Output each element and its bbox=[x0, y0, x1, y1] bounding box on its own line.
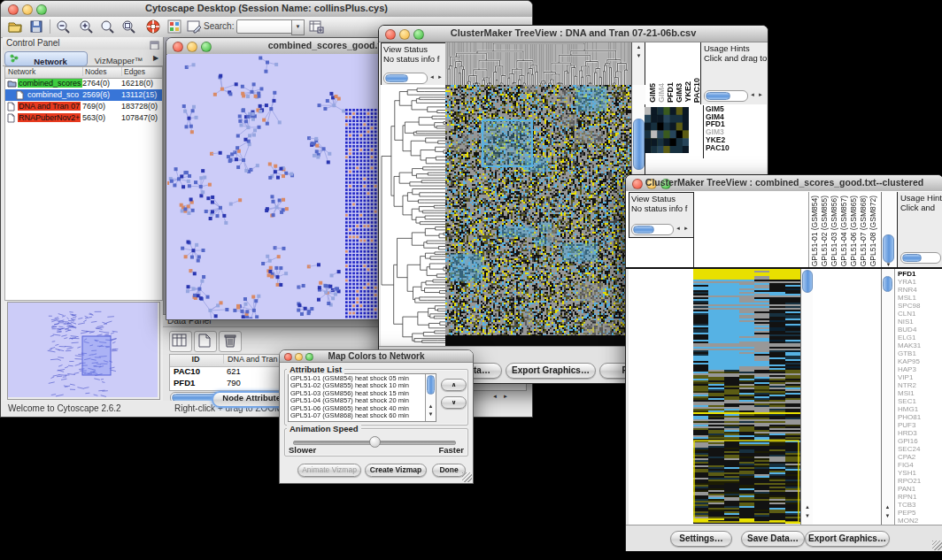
global-heatmap-canvas[interactable] bbox=[693, 269, 800, 525]
attribute-item[interactable]: GPL51-03 (GSM856) heat shock 15 min bbox=[290, 390, 424, 397]
column-label[interactable]: YKE2 bbox=[683, 81, 692, 103]
save-icon[interactable] bbox=[28, 19, 44, 35]
scroll-down-icon[interactable]: ▼ bbox=[882, 513, 893, 519]
network-row[interactable]: combined_scores2764(0)16218(0) bbox=[5, 78, 162, 89]
scroll-left-icon[interactable]: ◄ bbox=[429, 73, 435, 82]
column-label[interactable]: GPL51-04 (GSM857) bbox=[839, 196, 849, 266]
gene-label[interactable]: YRA1 bbox=[898, 278, 942, 286]
column-label[interactable]: GPL51-03 (GSM856) bbox=[830, 196, 839, 266]
scroll-right-icon[interactable]: ► bbox=[758, 90, 763, 100]
scroll-up-icon[interactable]: ▲ bbox=[882, 504, 893, 510]
network-name[interactable]: combined_scores bbox=[18, 79, 82, 88]
overview-canvas[interactable] bbox=[8, 303, 158, 397]
done-button[interactable]: Done bbox=[432, 464, 466, 477]
gene-label[interactable]: GPI16 bbox=[898, 437, 942, 445]
column-dendrogram-canvas[interactable] bbox=[445, 42, 631, 85]
attribute-list-vscrollbar[interactable]: ▲ ▼ bbox=[425, 374, 436, 421]
move-down-button[interactable]: ∨ bbox=[441, 396, 467, 409]
network-overview[interactable] bbox=[7, 302, 160, 400]
save-data-button[interactable]: Save Data… bbox=[741, 531, 805, 547]
scroll-right-icon[interactable]: ► bbox=[683, 224, 689, 234]
gene-label[interactable]: HRD3 bbox=[898, 429, 942, 437]
dialog-titlebar[interactable]: Map Colors to Network bbox=[280, 350, 473, 363]
col-header-nodes[interactable]: Nodes bbox=[82, 67, 122, 76]
move-up-button[interactable]: ∧ bbox=[441, 379, 467, 391]
column-label[interactable]: GIM3 bbox=[675, 83, 683, 103]
column-label[interactable]: GPL51-08 (GSM872) bbox=[869, 196, 878, 266]
export-graphics-button[interactable]: Export Graphics… bbox=[805, 531, 890, 547]
search-input[interactable] bbox=[236, 19, 293, 34]
zoom-heatmap-canvas[interactable] bbox=[645, 107, 689, 153]
usage-hints-hscrollbar[interactable] bbox=[900, 252, 941, 264]
view-status-hscrollbar[interactable] bbox=[383, 73, 428, 84]
main-titlebar[interactable]: Cytoscape Desktop (Session Name: collins… bbox=[1, 1, 532, 18]
attribute-list[interactable]: GPL51-01 (GSM854) heat shock 05 minGPL51… bbox=[288, 373, 436, 422]
vizmapper-icon[interactable] bbox=[166, 19, 182, 35]
heatmap-canvas[interactable] bbox=[445, 85, 631, 346]
attribute-browser-icon[interactable] bbox=[308, 19, 324, 35]
attribute-item[interactable]: GPL51-02 (GSM855) heat shock 10 min bbox=[290, 382, 424, 389]
gene-label[interactable]: PFD1 bbox=[898, 270, 942, 278]
scroll-up-icon[interactable]: ▲ bbox=[801, 504, 814, 510]
gene-label[interactable]: YSH1 bbox=[898, 469, 942, 477]
gene-label[interactable]: MSL1 bbox=[898, 294, 942, 302]
attribute-item[interactable]: GPL51-06 (GSM865) heat shock 40 min bbox=[290, 405, 424, 412]
column-label[interactable]: GPL51-07 (GSM868) bbox=[859, 196, 869, 266]
scroll-up-icon[interactable]: ▲ bbox=[632, 44, 645, 50]
row-dendrogram-canvas[interactable] bbox=[629, 269, 693, 525]
gene-label[interactable]: ELG1 bbox=[898, 334, 942, 341]
export-graphics-button[interactable]: Export Graphics… bbox=[506, 363, 596, 379]
zoom-in-icon[interactable] bbox=[78, 19, 94, 35]
attribute-item[interactable]: GPL51-01 (GSM854) heat shock 05 min bbox=[290, 375, 424, 382]
network-name[interactable]: combined_sco bbox=[27, 90, 80, 99]
gene-label[interactable]: FIG4 bbox=[898, 461, 942, 469]
animate-vizmap-button[interactable]: Animate Vizmap bbox=[297, 464, 361, 477]
gene-label[interactable]: NIS1 bbox=[898, 318, 942, 326]
tab-vizmapper[interactable]: VizMapper™ bbox=[88, 51, 150, 65]
row-dendrogram-canvas[interactable] bbox=[381, 85, 445, 346]
scroll-left-icon[interactable]: ◄ bbox=[750, 90, 755, 100]
animation-speed-slider[interactable] bbox=[293, 437, 454, 446]
attribute-item[interactable]: GPL51-04 (GSM857) heat shock 20 min bbox=[290, 397, 424, 404]
gene-label[interactable]: CLN1 bbox=[898, 310, 942, 318]
help-lifering-icon[interactable] bbox=[145, 19, 161, 35]
scroll-left-icon[interactable]: ◄ bbox=[676, 224, 681, 234]
gene-label[interactable]: BUD4 bbox=[898, 326, 942, 334]
view-status-hscrollbar[interactable] bbox=[631, 224, 674, 235]
table-mode-icon[interactable] bbox=[169, 331, 192, 352]
delete-attribute-trash-icon[interactable] bbox=[219, 331, 242, 352]
resize-grip[interactable] bbox=[932, 541, 942, 550]
gene-label[interactable]: PEP5 bbox=[898, 509, 942, 517]
gene-label[interactable]: SPC98 bbox=[898, 302, 942, 310]
column-label[interactable]: GIM5 bbox=[648, 83, 657, 103]
attr-col-id[interactable]: ID bbox=[170, 355, 221, 364]
column-label[interactable]: GPL51-02 (GSM855) bbox=[820, 196, 830, 266]
gene-label[interactable]: KAP95 bbox=[898, 357, 942, 365]
column-label[interactable]: GPL51-01 (GSM854) bbox=[810, 196, 820, 266]
zoom-selected-icon[interactable] bbox=[120, 19, 136, 35]
gene-label[interactable]: PAN1 bbox=[898, 485, 942, 493]
gene-label[interactable]: SEC1 bbox=[898, 397, 942, 405]
gene-label[interactable]: TCB3 bbox=[898, 501, 942, 509]
gene-label[interactable]: PHO81 bbox=[898, 413, 942, 421]
gene-label[interactable]: MON2 bbox=[898, 517, 942, 525]
column-label[interactable]: PFD1 bbox=[666, 82, 675, 103]
gene-label[interactable]: RPO21 bbox=[898, 477, 942, 485]
gene-list[interactable]: PFD1YRA1RNR4MSL1SPC98CLN1NIS1BUD4ELG1MAK… bbox=[894, 269, 942, 525]
gene-list-vscrollbar[interactable]: ▲ ▼ bbox=[881, 269, 893, 525]
gene-label[interactable]: MSI1 bbox=[898, 389, 942, 397]
gene-label[interactable]: HAP3 bbox=[898, 365, 942, 373]
col-header-network[interactable]: Network bbox=[8, 67, 79, 76]
create-vizmap-button[interactable]: Create Vizmap bbox=[365, 464, 427, 477]
gene-label[interactable]: VIP1 bbox=[898, 373, 942, 381]
settings-button[interactable]: Settings… bbox=[670, 531, 732, 547]
mini-scroll-strip[interactable]: ▲ ▼ bbox=[631, 42, 645, 85]
tab-overflow-button[interactable]: ▶ bbox=[151, 51, 161, 65]
column-tree-area[interactable] bbox=[693, 192, 807, 267]
row-label[interactable]: PAC10 bbox=[706, 144, 768, 152]
tab-network[interactable]: Network bbox=[4, 51, 88, 66]
attribute-item[interactable]: GPL51-07 (GSM868) heat shock 60 min bbox=[290, 412, 424, 419]
column-label[interactable]: GIM4 bbox=[657, 83, 666, 103]
network-row[interactable]: DNA and Tran 07769(0)183728(0) bbox=[5, 101, 162, 112]
gene-label[interactable]: CPA2 bbox=[898, 453, 942, 461]
